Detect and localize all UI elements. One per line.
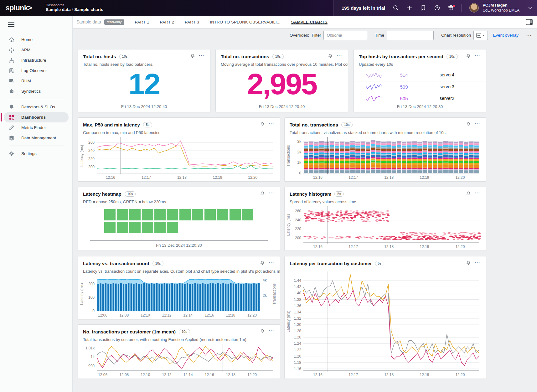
heatmap-cell[interactable] [129,222,141,233]
bell-icon[interactable] [466,122,471,127]
help-icon[interactable]: ? [434,5,440,11]
svg-text:1.18: 1.18 [294,360,302,365]
tab-part-2[interactable]: PART 2 [160,20,174,24]
sidebar-item-label: Infrastructure [21,58,46,63]
sidebar-item-home[interactable]: Home [4,34,69,45]
top-host-row[interactable]: 505server2 [354,93,486,101]
sidebar-item-synthetics[interactable]: Synthetics [4,86,69,96]
card-subtitle: Latency vs. transaction count on separat… [78,267,280,274]
heatmap-cell[interactable] [117,222,128,233]
heatmap-cell[interactable] [167,209,178,220]
sidebar-item-infrastructure[interactable]: Infrastructure [4,55,69,65]
bell-icon[interactable] [260,260,265,266]
card-subtitle: Comparison in max, min and P50 latencies… [78,128,280,135]
user-info[interactable]: PCJM Hagen CoE Workshop EMEA [483,3,519,13]
heatmap-cell[interactable] [154,222,166,233]
svg-text:12:19: 12:19 [420,175,429,180]
more-menu-icon[interactable]: ⋯ [268,189,274,196]
heatmap-cell[interactable] [142,222,153,233]
heatmap-cell[interactable] [129,209,141,220]
heatmap-cell[interactable] [117,209,128,220]
create-icon[interactable] [406,5,413,11]
tab-intro-to-splunk-observabili-[interactable]: INTRO TO SPLUNK OBSERVABILI... [210,20,281,24]
bell-icon[interactable] [466,260,471,266]
more-menu-icon[interactable]: ⋯ [199,52,204,59]
heatmap-cell[interactable] [204,209,216,220]
sidebar-item-dashboards[interactable]: Dashboards [4,112,69,122]
sidebar-item-label: APM [21,48,30,52]
top-host-row[interactable]: 509server3 [354,81,486,93]
tab-sample-charts[interactable]: SAMPLE CHARTS [291,20,328,24]
chevron-down-icon[interactable] [527,5,531,11]
heatmap-cell[interactable] [104,222,116,233]
heatmap-cell[interactable] [217,209,228,220]
heatmap-cell[interactable] [142,209,153,220]
more-menu-icon[interactable]: ⋯ [268,259,274,266]
sidebar-item-settings[interactable]: Settings [4,148,69,159]
svg-text:12:20: 12:20 [248,175,257,180]
more-menu-icon[interactable]: ⋯ [474,259,480,266]
bell-icon[interactable] [466,54,471,59]
svg-text:1.40: 1.40 [294,291,302,295]
combo-chart[interactable]: 200100012:0612:0812:1012:1212:1412:1612:… [79,275,277,318]
bell-icon[interactable] [328,54,333,59]
svg-text:12:18: 12:18 [384,373,394,377]
heatmap-grid[interactable] [104,209,253,234]
heatmap-cell[interactable] [104,209,116,220]
filter-input[interactable] [323,31,367,40]
svg-text:12:10: 12:10 [141,373,150,377]
search-icon[interactable] [393,5,399,11]
chart-resolution-dropdown[interactable] [473,31,488,40]
heatmap-cell[interactable] [179,209,191,220]
dashboard-more-menu-icon[interactable]: ⋯ [526,32,532,39]
svg-text:12:16: 12:16 [205,373,214,377]
info-panel-toggle-icon[interactable] [526,19,533,25]
sidebar-item-metric-finder[interactable]: Metric Finder [4,122,69,133]
bell-icon[interactable] [260,122,265,127]
stacked-bar-chart[interactable]: 3k2k1k012:1612:1712:1812:1912:20Transact… [286,136,483,180]
more-menu-icon[interactable]: ⋯ [336,52,342,59]
bell-icon[interactable] [260,329,265,334]
bell-icon[interactable] [260,191,265,196]
histogram-chart[interactable]: 26024022020012:1612:1712:1812:1912:20Lat… [286,205,483,249]
heatmap-cell[interactable] [230,209,241,220]
heatmap-cell[interactable] [167,222,178,233]
avatar[interactable] [469,3,479,13]
heatmap-cell[interactable] [242,209,253,220]
gear-icon [8,151,15,157]
hamburger-menu-icon[interactable] [8,22,14,27]
top-host-row[interactable]: 514server4 [354,70,486,81]
tab-part-1[interactable]: PART 1 [135,20,149,24]
single-value: 2,995 [216,69,348,99]
svg-text:Transactions: Transactions [272,283,276,305]
time-input[interactable] [387,31,434,40]
more-menu-icon[interactable]: ⋯ [474,52,480,59]
card-max-p50-min-latency: Max, P50 and min latency5s ⋯ Comparison … [78,117,280,182]
svg-text:12:17: 12:17 [349,373,358,377]
more-menu-icon[interactable]: ⋯ [268,327,274,334]
event-overlay-link[interactable]: Event overlay [493,33,519,38]
svg-text:12:19: 12:19 [213,175,222,180]
heatmap-cell[interactable] [192,209,203,220]
breadcrumb-section[interactable]: Dashboards [46,3,103,8]
more-menu-icon[interactable]: ⋯ [474,189,480,196]
sidebar-item-apm[interactable]: APM [4,45,69,55]
more-menu-icon[interactable]: ⋯ [474,120,480,127]
sidebar-item-data-management[interactable]: Data Management [4,133,69,143]
line-chart[interactable]: 26024022020012:1612:1712:1812:1912:20Lat… [79,136,277,180]
line-chart[interactable]: 1.01k1k99012:0612:0812:1012:1212:1412:16… [79,343,277,377]
bookmark-icon[interactable] [420,5,426,11]
breadcrumb-dashboard-group[interactable]: Sample data [46,7,71,12]
whats-new-gift-icon[interactable] [448,5,454,11]
splunk-logo[interactable]: splunk> [6,4,32,12]
more-menu-icon[interactable]: ⋯ [268,120,274,127]
breadcrumb-dashboard[interactable]: Sample charts [74,7,103,12]
heatmap-cell[interactable] [154,209,166,220]
sidebar-item-detectors-slos[interactable]: Detectors & SLOs [4,102,69,112]
bell-icon[interactable] [190,54,195,59]
sidebar-item-rum[interactable]: RUM [4,76,69,86]
bell-icon[interactable] [466,191,471,196]
line-chart[interactable]: 1.441.421.401.381.361.341.321.301.281.26… [286,270,483,377]
sidebar-item-log-observer[interactable]: Log Observer [4,65,69,76]
tab-part-3[interactable]: PART 3 [185,20,199,24]
